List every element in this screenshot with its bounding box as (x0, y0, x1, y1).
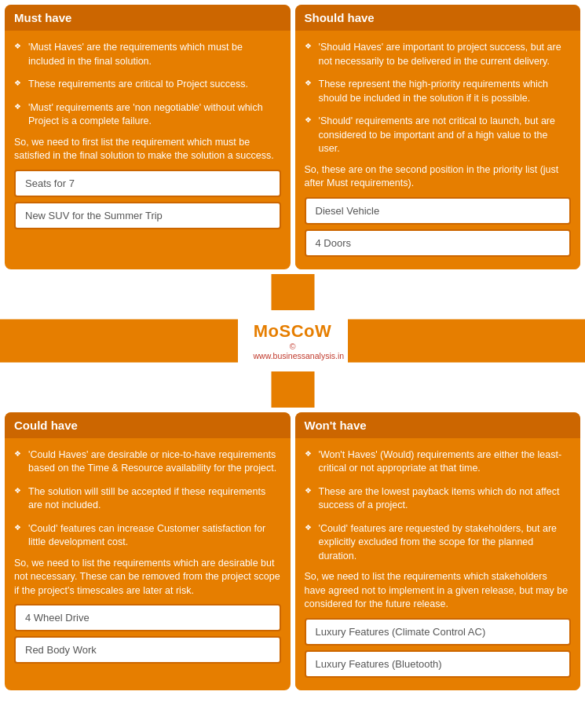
could-have-bullet-2: The solution will still be accepted if t… (14, 483, 281, 515)
wont-have-bullets: 'Won't Haves' (Would) requirements are e… (305, 446, 572, 566)
wont-have-body: 'Won't Haves' (Would) requirements are e… (295, 438, 581, 690)
must-have-bullet-2: These requirements are critical to Proje… (14, 75, 281, 94)
could-have-bullets: 'Could Haves' are desirable or nice-to-h… (14, 446, 281, 552)
could-have-summary: So, we need to list the requirements whi… (14, 557, 281, 598)
must-have-title: Must have (14, 11, 281, 24)
wont-have-bullet-1: 'Won't Haves' (Would) requirements are e… (305, 446, 572, 478)
could-have-body: 'Could Haves' are desirable or nice-to-h… (5, 438, 291, 677)
wont-have-bullet-3: 'Could' features are requested by stakeh… (305, 520, 572, 566)
wont-have-panel: Won't have 'Won't Haves' (Would) require… (295, 412, 581, 690)
should-have-header: Should have (295, 5, 581, 31)
wont-have-item-1: Luxury Features (Climate Control AC) (305, 618, 572, 646)
wont-have-header: Won't have (295, 412, 581, 438)
must-have-bullets: 'Must Haves' are the requirements which … (14, 38, 281, 131)
must-have-summary: So, we need to first list the requiremen… (14, 136, 281, 163)
must-have-header: Must have (5, 5, 291, 31)
must-have-item-1: Seats for 7 (14, 170, 281, 197)
should-have-summary: So, these are on the second position in … (305, 163, 572, 191)
could-have-bullet-1: 'Could Haves' are desirable or nice-to-h… (14, 446, 281, 478)
wont-have-bullet-2: These are the lowest payback items which… (305, 483, 572, 515)
could-have-item-2: Red Body Work (14, 636, 281, 664)
center-label: MoSCoW © www.businessanalysis.in (238, 310, 348, 371)
should-have-bullet-2: These represent the high-priority requir… (305, 75, 572, 108)
moscow-title: MoSCoW (254, 321, 332, 342)
must-have-body: 'Must Haves' are the requirements which … (5, 31, 291, 242)
moscow-subtitle: © www.businessanalysis.in (254, 342, 332, 360)
could-have-bullet-3: 'Could' features can increase Customer s… (14, 520, 281, 552)
should-have-body: 'Should Haves' are important to project … (295, 31, 581, 269)
must-have-item-2: New SUV for the Summer Trip (14, 202, 281, 229)
should-have-item-1: Diesel Vehicle (305, 197, 572, 225)
wont-have-summary: So, we need to list the requirements whi… (305, 570, 572, 612)
moscow-diagram: Must have 'Must Haves' are the requireme… (0, 0, 585, 695)
should-have-panel: Should have 'Should Haves' are important… (295, 5, 581, 269)
could-have-item-1: 4 Wheel Drive (14, 604, 281, 631)
should-have-bullets: 'Should Haves' are important to project … (305, 38, 572, 159)
must-have-panel: Must have 'Must Haves' are the requireme… (5, 5, 291, 269)
center-connector: MoSCoW © www.businessanalysis.in (0, 274, 585, 408)
must-have-bullet-3: 'Must' requirements are 'non negotiable'… (14, 99, 281, 131)
should-have-bullet-1: 'Should Haves' are important to project … (305, 38, 572, 71)
should-have-item-2: 4 Doors (305, 229, 572, 257)
could-have-title: Could have (14, 419, 281, 432)
wont-have-title: Won't have (305, 419, 572, 432)
must-have-bullet-1: 'Must Haves' are the requirements which … (14, 38, 281, 71)
could-have-header: Could have (5, 412, 291, 438)
could-have-panel: Could have 'Could Haves' are desirable o… (5, 412, 291, 690)
wont-have-item-2: Luxury Features (Bluetooth) (305, 650, 572, 678)
should-have-title: Should have (305, 11, 572, 24)
should-have-bullet-3: 'Should' requirements are not critical t… (305, 112, 572, 159)
